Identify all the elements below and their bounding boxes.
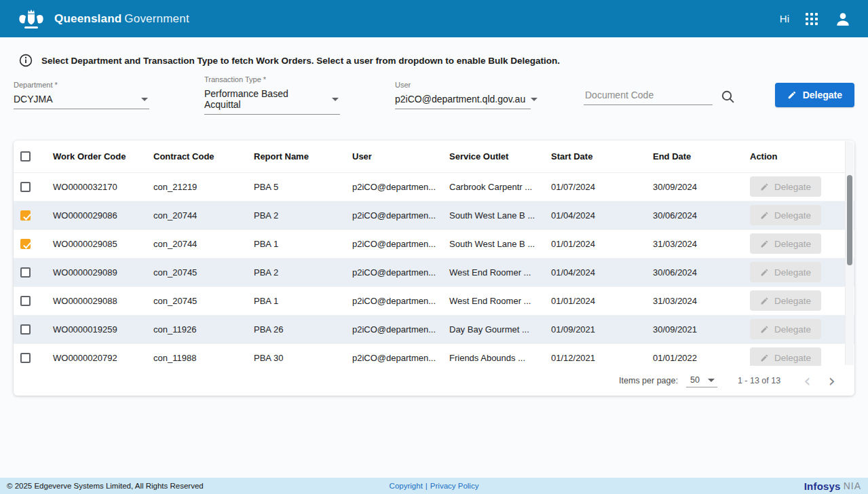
cell-contract-code: con_11988 — [147, 343, 247, 366]
items-per-page-select[interactable]: 50 — [686, 374, 717, 387]
items-per-page-value: 50 — [690, 375, 700, 385]
cell-work-order-code: WO0000019259 — [46, 315, 147, 343]
cell-contract-code: con_11926 — [147, 315, 247, 343]
cell-end-date: 30/06/2024 — [646, 201, 743, 229]
cell-start-date: 01/01/2024 — [544, 286, 646, 315]
cell-start-date: 01/09/2021 — [544, 315, 646, 343]
pencil-icon — [787, 90, 797, 100]
transaction-type-value: Performance Based Acquittal — [204, 88, 326, 110]
cell-work-order-code: WO0000020792 — [46, 343, 147, 366]
row-delegate-button[interactable]: Delegate — [750, 205, 821, 225]
brand-queensland: Queensland — [54, 12, 121, 25]
row-checkbox[interactable] — [20, 353, 31, 363]
document-code-field — [584, 86, 736, 105]
items-per-page-label: Items per page: — [619, 376, 678, 385]
qld-coat-of-arms-icon — [16, 7, 46, 31]
vertical-scrollbar[interactable] — [845, 141, 854, 365]
cell-report-name: PBA 5 — [247, 172, 345, 201]
pencil-icon — [760, 354, 769, 362]
row-delegate-label: Delegate — [774, 182, 811, 192]
search-icon — [721, 90, 735, 104]
header-user: User — [345, 140, 442, 172]
row-checkbox[interactable] — [20, 239, 31, 249]
scrollbar-thumb[interactable] — [847, 175, 852, 265]
infosys-nia-logo: Infosys NIA — [576, 480, 861, 492]
table-row: WO0000032170 con_21219 PBA 5 p2iCO@depar… — [14, 172, 854, 201]
cell-service-outlet: South West Lane B ... — [442, 201, 544, 229]
privacy-policy-link[interactable]: Privacy Policy — [430, 482, 479, 490]
row-delegate-label: Delegate — [774, 267, 811, 278]
cell-end-date: 30/09/2021 — [646, 315, 743, 343]
row-delegate-button[interactable]: Delegate — [750, 319, 821, 339]
pencil-icon — [760, 268, 769, 277]
brand: QueenslandGovernment — [16, 7, 189, 31]
filter-bar: Department * DCYJMA Transaction Type * P… — [14, 67, 854, 115]
table-row: WO0000029089 con_20745 PBA 2 p2iCO@depar… — [14, 258, 854, 286]
cell-user: p2iCO@departmen... — [345, 343, 442, 366]
row-checkbox[interactable] — [20, 267, 31, 278]
row-delegate-label: Delegate — [774, 353, 811, 363]
user-label: User — [395, 81, 531, 89]
infosys-wordmark: Infosys — [804, 480, 841, 492]
pencil-icon — [760, 211, 769, 220]
cell-service-outlet: South West Lane B ... — [442, 229, 544, 258]
cell-user: p2iCO@departmen... — [345, 286, 442, 315]
transaction-type-label: Transaction Type * — [204, 75, 340, 83]
cell-end-date: 31/03/2024 — [646, 229, 743, 258]
brand-text: QueenslandGovernment — [54, 12, 189, 26]
cell-service-outlet: Day Bay Gourmet ... — [442, 315, 544, 343]
department-select[interactable]: Department * DCYJMA — [14, 81, 149, 109]
info-bar: Select Department and Transaction Type t… — [14, 37, 854, 67]
page-footer: © 2025 Edgeverve Systems Limited, All Ri… — [0, 478, 868, 494]
info-message: Select Department and Transaction Type t… — [41, 56, 560, 66]
link-separator: | — [426, 482, 428, 490]
row-delegate-button[interactable]: Delegate — [750, 290, 821, 311]
search-button[interactable] — [719, 88, 736, 105]
row-delegate-button[interactable]: Delegate — [750, 262, 821, 282]
row-checkbox[interactable] — [20, 182, 31, 192]
cell-user: p2iCO@departmen... — [345, 172, 442, 201]
row-delegate-button[interactable]: Delegate — [750, 176, 821, 197]
work-orders-table: Work Order Code Contract Code Report Nam… — [14, 140, 854, 366]
cell-end-date: 30/09/2024 — [646, 172, 743, 201]
cell-report-name: PBA 1 — [247, 286, 345, 315]
row-checkbox[interactable] — [20, 296, 31, 306]
cell-contract-code: con_20745 — [147, 258, 247, 286]
table-row: WO0000019259 con_11926 PBA 26 p2iCO@depa… — [14, 315, 854, 343]
cell-report-name: PBA 26 — [247, 315, 345, 343]
user-value: p2iCO@department.qld.gov.au — [395, 94, 525, 104]
chevron-down-icon — [141, 98, 148, 101]
user-select[interactable]: User p2iCO@department.qld.gov.au — [395, 81, 531, 109]
row-checkbox[interactable] — [20, 324, 31, 335]
document-code-input[interactable] — [584, 86, 713, 105]
pencil-icon — [760, 240, 769, 248]
row-delegate-button[interactable]: Delegate — [750, 233, 821, 254]
cell-start-date: 01/01/2024 — [544, 229, 646, 258]
chevron-down-icon — [531, 98, 537, 101]
info-icon — [19, 54, 33, 67]
cell-service-outlet: West End Roomer ... — [442, 286, 544, 315]
apps-grid-icon[interactable] — [806, 13, 818, 25]
cell-report-name: PBA 30 — [247, 343, 345, 366]
next-page-button[interactable]: › — [829, 374, 835, 387]
cell-report-name: PBA 1 — [247, 229, 345, 258]
cell-work-order-code: WO0000032170 — [46, 172, 147, 201]
delegate-button[interactable]: Delegate — [775, 83, 854, 107]
row-delegate-label: Delegate — [774, 296, 811, 306]
table-row: WO0000020792 con_11988 PBA 30 p2iCO@depa… — [14, 343, 854, 366]
copyright-link[interactable]: Copyright — [390, 482, 423, 490]
transaction-type-select[interactable]: Transaction Type * Performance Based Acq… — [204, 75, 340, 115]
row-delegate-button[interactable]: Delegate — [750, 347, 821, 366]
cell-user: p2iCO@departmen... — [345, 201, 442, 229]
table-row: WO0000029085 con_20744 PBA 1 p2iCO@depar… — [14, 229, 854, 258]
row-checkbox[interactable] — [20, 210, 31, 221]
chevron-down-icon — [332, 98, 339, 101]
cell-work-order-code: WO0000029086 — [46, 201, 147, 229]
select-all-checkbox[interactable] — [20, 151, 31, 162]
user-account-icon[interactable] — [834, 10, 852, 28]
cell-start-date: 01/04/2024 — [544, 201, 646, 229]
cell-service-outlet: Friends Abounds ... — [442, 343, 544, 366]
cell-work-order-code: WO0000029089 — [46, 258, 147, 286]
prev-page-button[interactable]: ‹ — [804, 374, 810, 387]
cell-report-name: PBA 2 — [247, 201, 345, 229]
